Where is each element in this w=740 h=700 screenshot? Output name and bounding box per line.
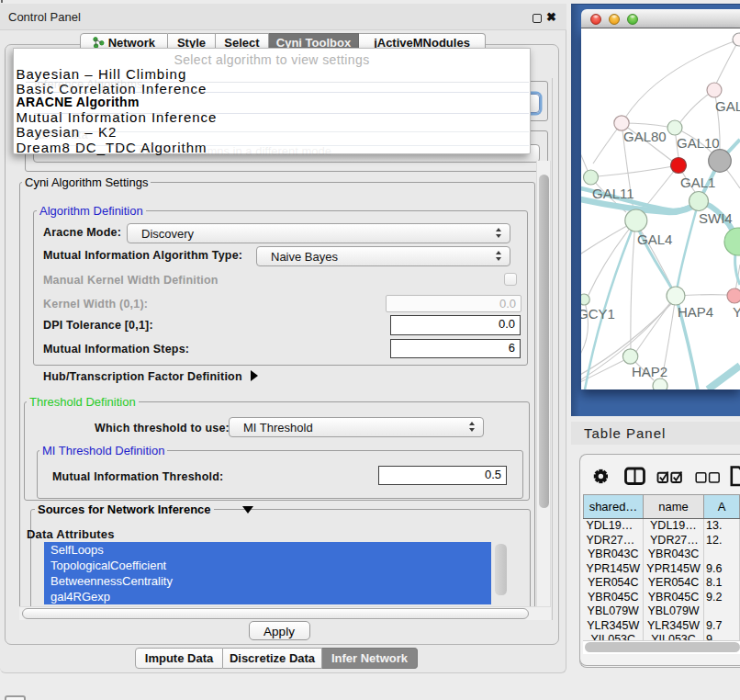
svg-text:GCY1: GCY1 [581,306,615,322]
svg-text:GAL4: GAL4 [637,231,672,247]
svg-text:Y: Y [733,304,740,320]
svg-text:GAL1: GAL1 [680,175,715,190]
svg-text:GAL7: GAL7 [715,98,740,114]
svg-text:GAL10: GAL10 [677,135,720,151]
svg-text:GAL80: GAL80 [623,129,667,144]
svg-text:HAP4: HAP4 [678,304,713,320]
svg-text:GAL11: GAL11 [592,186,634,201]
svg-text:HAP2: HAP2 [632,364,667,379]
svg-text:SWI4: SWI4 [699,210,733,226]
